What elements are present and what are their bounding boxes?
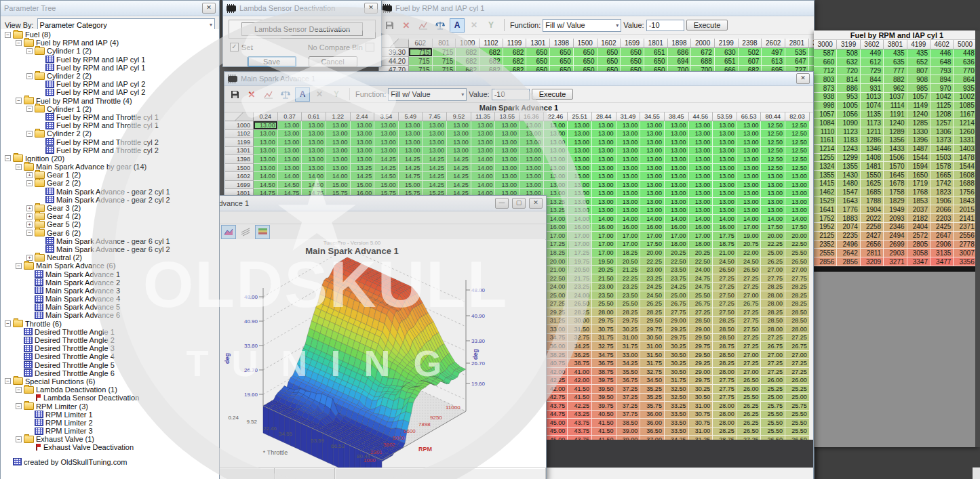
table-cell[interactable]: 26.75 <box>737 299 762 308</box>
table-cell[interactable]: 1665 <box>930 171 954 180</box>
table-cell[interactable]: 13.00 <box>713 189 737 198</box>
table-cell[interactable]: 1123 <box>837 127 860 136</box>
collapse-icon[interactable]: − <box>26 106 33 112</box>
table-cell[interactable]: 27.25 <box>713 283 737 291</box>
table-cell[interactable]: 1487 <box>907 145 930 154</box>
table-cell[interactable]: 13.00 <box>665 172 689 181</box>
table-cell[interactable]: 2037 <box>907 205 930 214</box>
collapse-icon[interactable]: − <box>16 387 22 393</box>
surface-icon[interactable] <box>221 225 236 239</box>
table-cell[interactable]: 13.00 <box>665 189 689 198</box>
table-cell[interactable]: 14.00 <box>471 164 496 173</box>
table-cell[interactable]: 41.50 <box>592 428 616 436</box>
table-cell[interactable]: 13.00 <box>785 172 810 181</box>
table-cell[interactable]: 651 <box>715 57 739 66</box>
table-cell[interactable]: 14.25 <box>447 181 471 190</box>
table-cell[interactable]: 25.50 <box>592 299 616 308</box>
table-cell[interactable]: 19.50 <box>592 257 616 266</box>
tree-item[interactable]: RPM Limiter 1 <box>5 411 219 419</box>
table-cell[interactable]: 21.00 <box>713 249 737 257</box>
table-cell[interactable]: 13.00 <box>351 155 375 164</box>
table-cell[interactable]: 21.25 <box>616 266 641 274</box>
table-cell[interactable]: 2182 <box>907 214 930 223</box>
table-cell[interactable]: 28.00 <box>713 419 737 428</box>
row-header[interactable]: 1000 <box>225 121 254 130</box>
table-cell[interactable]: 28.00 <box>713 402 737 411</box>
close-icon[interactable]: ✕ <box>202 3 216 14</box>
table-cell[interactable]: 23.00 <box>640 266 665 274</box>
table-cell[interactable]: 13.00 <box>399 121 423 130</box>
table-cell[interactable]: 435 <box>907 49 930 58</box>
table-cell[interactable]: 814 <box>837 75 860 84</box>
table-cell[interactable]: 931 <box>861 84 884 93</box>
table-cell[interactable]: 17.00 <box>616 232 641 241</box>
tree-item[interactable]: Desired Throttle Angle 2 <box>5 336 219 344</box>
table-cell[interactable]: 14.00 <box>737 215 762 224</box>
table-cell[interactable]: 26.50 <box>737 428 762 436</box>
table-cell[interactable]: 31.00 <box>689 428 713 436</box>
table-cell[interactable]: 28.50 <box>713 334 737 343</box>
table-cell[interactable]: 1240 <box>884 119 907 127</box>
table-cell[interactable]: 27.25 <box>737 274 762 283</box>
table-cell[interactable]: 1503 <box>930 154 954 163</box>
table-cell[interactable]: 807 <box>907 67 930 76</box>
tree-item[interactable]: Desired Throttle Angle 3 <box>5 344 219 352</box>
table-cell[interactable]: 27.25 <box>761 368 785 377</box>
table-cell[interactable]: 26.75 <box>785 342 810 351</box>
table-cell[interactable]: 2572 <box>907 232 930 241</box>
table-cell[interactable]: 1110 <box>814 127 837 136</box>
table-cell[interactable]: 32.75 <box>592 342 616 351</box>
table-cell[interactable]: 508 <box>837 49 860 58</box>
table-cell[interactable]: 13.00 <box>302 121 326 130</box>
table-cell[interactable]: 29.50 <box>689 334 713 343</box>
table-cell[interactable]: 14.00 <box>761 215 785 224</box>
table-cell[interactable]: 3356 <box>954 257 977 266</box>
column-header[interactable]: 1102 <box>479 39 503 48</box>
table-cell[interactable]: 13.00 <box>640 189 665 198</box>
table-cell[interactable]: 16.00 <box>713 224 737 232</box>
table-cell[interactable]: 1904 <box>861 205 884 214</box>
table-cell[interactable]: 985 <box>907 84 930 93</box>
table-cell[interactable]: 13.00 <box>616 130 641 139</box>
table-cell[interactable]: 36.75 <box>592 359 616 368</box>
table-cell[interactable]: 13.00 <box>761 189 785 198</box>
table-cell[interactable]: 13.00 <box>568 130 592 139</box>
table-cell[interactable]: 2556 <box>954 232 977 241</box>
table-cell[interactable]: 13.00 <box>592 147 616 156</box>
table-cell[interactable]: 13.00 <box>761 172 785 181</box>
collapse-icon[interactable]: − <box>5 378 11 384</box>
table-cell[interactable]: 587 <box>814 49 837 58</box>
table-cell[interactable]: 30.25 <box>665 359 689 368</box>
table-cell[interactable]: 13.00 <box>737 164 762 173</box>
table-cell[interactable]: 632 <box>837 58 860 67</box>
column-header[interactable]: 2.44 <box>351 112 375 121</box>
table-cell[interactable]: 14.00 <box>278 172 302 181</box>
table-cell[interactable]: 27.00 <box>737 291 762 300</box>
branch-icon[interactable]: Y <box>484 18 498 33</box>
table-cell[interactable]: 27.25 <box>785 359 810 368</box>
table-cell[interactable]: 27.75 <box>665 308 689 317</box>
table-cell[interactable]: 30.75 <box>592 325 616 334</box>
table-cell[interactable]: 24.25 <box>665 283 689 291</box>
table-cell[interactable]: 13.00 <box>737 206 762 215</box>
table-cell[interactable]: 43.25 <box>568 411 592 419</box>
table-cell[interactable]: 1090 <box>837 119 860 127</box>
expand-icon[interactable]: + <box>26 213 33 220</box>
table-cell[interactable]: 1756 <box>954 188 977 197</box>
table-cell[interactable]: 27.25 <box>713 274 737 283</box>
table-cell[interactable]: 19.00 <box>737 232 762 241</box>
table-cell[interactable]: 13.00 <box>592 198 616 207</box>
table-cell[interactable]: 22.50 <box>689 257 713 266</box>
table-cell[interactable]: 32.50 <box>665 385 689 394</box>
table-cell[interactable]: 14.00 <box>592 215 616 224</box>
branch-icon[interactable]: Y <box>329 87 344 102</box>
tree-item[interactable]: −Lambda Deactivation (1) <box>5 386 219 394</box>
table-cell[interactable]: 38.50 <box>616 419 641 428</box>
tree-item[interactable]: Desired Throttle Angle 4 <box>5 352 219 360</box>
table-cell[interactable]: 1125 <box>930 102 954 110</box>
table-cell[interactable]: 3007 <box>954 249 977 257</box>
table-cell[interactable]: 30.75 <box>689 419 713 428</box>
table-cell[interactable]: 935 <box>954 84 977 93</box>
table-cell[interactable]: 35.25 <box>640 385 665 394</box>
table-cell[interactable]: 1240 <box>907 110 930 119</box>
